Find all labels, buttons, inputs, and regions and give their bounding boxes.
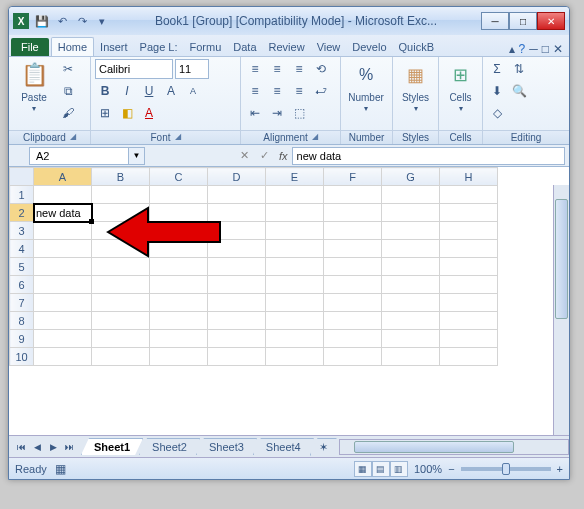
cell[interactable] [208, 348, 266, 366]
cell[interactable] [324, 348, 382, 366]
shrink-font-button[interactable]: A [183, 81, 203, 101]
horizontal-scrollbar[interactable] [339, 439, 569, 455]
cell[interactable] [92, 312, 150, 330]
cut-button[interactable]: ✂ [58, 59, 78, 79]
cell[interactable] [440, 204, 498, 222]
row-header[interactable]: 6 [10, 276, 34, 294]
page-break-view-button[interactable]: ▥ [390, 461, 408, 477]
cell[interactable] [382, 258, 440, 276]
cell[interactable] [266, 258, 324, 276]
cell[interactable] [208, 204, 266, 222]
cell[interactable] [208, 222, 266, 240]
cell[interactable] [266, 186, 324, 204]
cell[interactable] [34, 348, 92, 366]
cell[interactable] [324, 276, 382, 294]
enter-formula-icon[interactable]: ✓ [255, 147, 273, 165]
formula-bar[interactable]: new data [292, 147, 565, 165]
doc-restore-icon[interactable]: □ [542, 42, 549, 56]
cancel-formula-icon[interactable]: ✕ [235, 147, 253, 165]
cell[interactable] [34, 330, 92, 348]
cell[interactable] [92, 240, 150, 258]
font-color-button[interactable]: A [139, 103, 159, 123]
sheet-tab[interactable]: Sheet3 [196, 438, 257, 455]
close-button[interactable]: ✕ [537, 12, 565, 30]
cell[interactable] [208, 240, 266, 258]
cell[interactable] [266, 240, 324, 258]
cell[interactable] [34, 186, 92, 204]
column-header[interactable]: H [440, 168, 498, 186]
increase-indent-button[interactable]: ⇥ [267, 103, 287, 123]
align-left-button[interactable]: ≡ [245, 81, 265, 101]
cell[interactable] [266, 312, 324, 330]
cell[interactable] [208, 294, 266, 312]
cell[interactable] [382, 222, 440, 240]
cell[interactable] [92, 222, 150, 240]
underline-button[interactable]: U [139, 81, 159, 101]
decrease-indent-button[interactable]: ⇤ [245, 103, 265, 123]
cell[interactable] [92, 258, 150, 276]
copy-button[interactable]: ⧉ [58, 81, 78, 101]
row-header[interactable]: 10 [10, 348, 34, 366]
align-right-button[interactable]: ≡ [289, 81, 309, 101]
tab-formulas[interactable]: Formu [184, 38, 228, 56]
row-header[interactable]: 3 [10, 222, 34, 240]
cells-button[interactable]: ⊞ Cells ▾ [443, 59, 478, 113]
row-header[interactable]: 4 [10, 240, 34, 258]
cell[interactable] [382, 240, 440, 258]
cell[interactable] [266, 276, 324, 294]
tab-review[interactable]: Review [263, 38, 311, 56]
cell[interactable] [266, 330, 324, 348]
name-box[interactable]: A2 [29, 147, 129, 165]
cell[interactable] [382, 312, 440, 330]
cell[interactable] [382, 330, 440, 348]
zoom-level[interactable]: 100% [414, 463, 442, 475]
normal-view-button[interactable]: ▦ [354, 461, 372, 477]
cell[interactable] [324, 258, 382, 276]
cell[interactable] [266, 294, 324, 312]
cell[interactable] [440, 294, 498, 312]
prev-sheet-button[interactable]: ◀ [29, 439, 45, 455]
cell[interactable] [150, 186, 208, 204]
minimize-button[interactable]: ─ [481, 12, 509, 30]
undo-button[interactable]: ↶ [53, 12, 71, 30]
cell[interactable] [324, 330, 382, 348]
cell[interactable]: new data [34, 204, 92, 222]
doc-minimize-icon[interactable]: ─ [529, 42, 538, 56]
cell[interactable] [150, 204, 208, 222]
zoom-out-button[interactable]: − [448, 463, 454, 475]
minimize-ribbon-icon[interactable]: ▴ [509, 42, 515, 56]
cell[interactable] [382, 294, 440, 312]
cell[interactable] [382, 186, 440, 204]
tab-developer[interactable]: Develo [346, 38, 392, 56]
clipboard-launcher[interactable]: ◢ [70, 132, 76, 143]
tab-insert[interactable]: Insert [94, 38, 134, 56]
cell[interactable] [150, 348, 208, 366]
cell[interactable] [92, 330, 150, 348]
zoom-in-button[interactable]: + [557, 463, 563, 475]
align-bottom-button[interactable]: ≡ [289, 59, 309, 79]
column-header[interactable]: D [208, 168, 266, 186]
tab-quickbooks[interactable]: QuickB [393, 38, 440, 56]
cell[interactable] [150, 312, 208, 330]
name-box-dropdown[interactable]: ▼ [129, 147, 145, 165]
clear-button[interactable]: ◇ [487, 103, 507, 123]
macro-record-icon[interactable]: ▦ [55, 462, 66, 476]
cell[interactable] [324, 186, 382, 204]
first-sheet-button[interactable]: ⏮ [13, 439, 29, 455]
new-sheet-button[interactable]: ✶ [310, 438, 337, 456]
cell[interactable] [92, 186, 150, 204]
row-header[interactable]: 1 [10, 186, 34, 204]
cell[interactable] [34, 240, 92, 258]
cell[interactable] [150, 330, 208, 348]
cell[interactable] [440, 276, 498, 294]
find-button[interactable]: 🔍 [509, 81, 529, 101]
paste-button[interactable]: 📋 Paste ▾ [13, 59, 55, 113]
cell[interactable] [150, 294, 208, 312]
cell[interactable] [208, 258, 266, 276]
save-button[interactable]: 💾 [33, 12, 51, 30]
cell[interactable] [150, 258, 208, 276]
tab-data[interactable]: Data [227, 38, 262, 56]
cell[interactable] [92, 348, 150, 366]
cell[interactable] [92, 294, 150, 312]
number-format-button[interactable]: % Number ▾ [345, 59, 387, 113]
